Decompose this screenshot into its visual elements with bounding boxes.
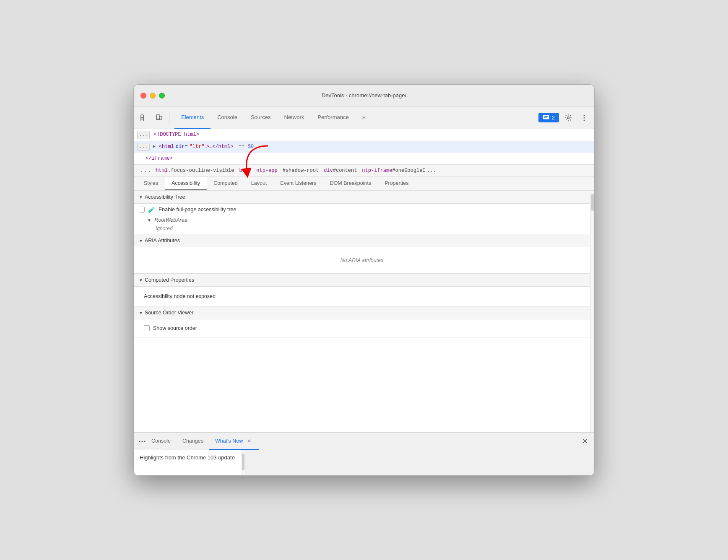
dom-line-doctype: ... <!DOCTYPE html> bbox=[134, 129, 594, 141]
accessibility-tree-header[interactable]: ▼ Accessibility Tree bbox=[134, 191, 590, 204]
dom-dollar: $0 bbox=[248, 143, 254, 151]
dom-doctype: <!DOCTYPE html> bbox=[154, 131, 199, 139]
devtools-window: DevTools - chrome://new-tab-page/ bbox=[133, 84, 595, 476]
aria-attributes-section: ▼ ARIA Attributes No ARIA attributes bbox=[134, 234, 590, 274]
show-source-order-item: Show source order bbox=[139, 323, 585, 334]
more-options-button[interactable] bbox=[577, 111, 591, 124]
dom-dir-attr: dir= bbox=[176, 143, 188, 151]
dom-iframe: </iframe> bbox=[146, 156, 173, 161]
sub-tab-properties[interactable]: Properties bbox=[378, 177, 415, 190]
chat-badge[interactable]: 2 bbox=[538, 113, 559, 122]
bottom-tab-console[interactable]: Console bbox=[146, 433, 177, 450]
svg-point-13 bbox=[584, 119, 585, 121]
breadcrumb-div-content[interactable]: div#content bbox=[322, 167, 359, 174]
main-flex: ... <!DOCTYPE html> ... ▶ <html dir="ltr… bbox=[134, 129, 594, 475]
dom-eq: == bbox=[239, 143, 244, 151]
window-title: DevTools - chrome://new-tab-page/ bbox=[322, 92, 406, 99]
enable-full-page-checkbox[interactable] bbox=[139, 207, 145, 213]
tab-more[interactable]: » bbox=[356, 106, 372, 129]
breadcrumb-ntp-app[interactable]: ntp-app bbox=[255, 167, 279, 174]
dom-ellipsis-2[interactable]: ... bbox=[137, 143, 150, 151]
dom-line-iframe: </iframe> bbox=[134, 153, 594, 164]
right-scrollbar[interactable] bbox=[590, 191, 594, 432]
content-area: ▼ Accessibility Tree 🧪 Enable full-page … bbox=[134, 191, 590, 432]
computed-properties-section: ▼ Computed Properties Accessibility node… bbox=[134, 274, 590, 306]
bottom-scrollbar[interactable] bbox=[241, 450, 245, 475]
svg-point-15 bbox=[142, 441, 143, 442]
bottom-dots-menu[interactable] bbox=[135, 437, 147, 446]
tab-network[interactable]: Network bbox=[278, 106, 311, 129]
source-order-triangle: ▼ bbox=[139, 311, 143, 315]
breadcrumb-bar: ... html.focus-outline-visible body ntp-… bbox=[134, 165, 594, 177]
dom-ellipsis[interactable]: ... bbox=[137, 131, 150, 139]
html-expand[interactable]: ▶ bbox=[153, 143, 156, 150]
breadcrumb-ntp-iframe[interactable]: ntp-iframe#oneGoogleE bbox=[360, 167, 427, 174]
scrollbar-thumb bbox=[591, 194, 594, 211]
tab-sources[interactable]: Sources bbox=[244, 106, 278, 129]
maximize-button[interactable] bbox=[159, 93, 165, 99]
bottom-toolbar: Console Changes What's New ✕ ✕ bbox=[134, 433, 594, 450]
sub-tab-styles[interactable]: Styles bbox=[137, 177, 165, 190]
expand-triangle: ▼ bbox=[139, 195, 143, 200]
source-order-section: ▼ Source Order Viewer Show source order bbox=[134, 306, 590, 337]
bottom-panel: Console Changes What's New ✕ ✕ bbox=[134, 432, 594, 475]
dom-html-open: <html bbox=[159, 143, 174, 151]
aria-expand-triangle: ▼ bbox=[139, 239, 143, 243]
computed-properties-header[interactable]: ▼ Computed Properties bbox=[134, 274, 590, 287]
bottom-scrollbar-thumb bbox=[242, 454, 244, 470]
toolbar-right: 2 bbox=[538, 111, 591, 124]
svg-point-12 bbox=[584, 117, 585, 118]
svg-point-10 bbox=[567, 117, 569, 119]
aria-empty-message: No ARIA attributes bbox=[139, 251, 585, 270]
sub-tab-event-listeners[interactable]: Event Listeners bbox=[273, 177, 323, 190]
breadcrumb-body[interactable]: body bbox=[237, 167, 253, 174]
source-order-header[interactable]: ▼ Source Order Viewer bbox=[134, 306, 590, 319]
bottom-tab-whats-new[interactable]: What's New ✕ bbox=[209, 433, 259, 450]
tab-performance[interactable]: Performance bbox=[311, 106, 355, 129]
root-web-area-item[interactable]: ▼ RootWebArea bbox=[134, 215, 590, 225]
minimize-button[interactable] bbox=[150, 93, 156, 99]
sub-tab-layout[interactable]: Layout bbox=[244, 177, 274, 190]
bottom-panel-close[interactable]: ✕ bbox=[579, 436, 591, 447]
sub-tabs: Styles Accessibility Computed Layout Eve… bbox=[134, 177, 594, 191]
close-button[interactable] bbox=[140, 93, 146, 99]
sub-tab-accessibility[interactable]: Accessibility bbox=[165, 177, 207, 190]
dom-html-content: >…</html> bbox=[206, 143, 234, 151]
breadcrumb-dots[interactable]: ... bbox=[137, 166, 154, 175]
dom-dir-val: "ltr" bbox=[190, 143, 205, 151]
sub-tab-dom-breakpoints[interactable]: DOM Breakpoints bbox=[323, 177, 378, 190]
computed-expand-triangle: ▼ bbox=[139, 278, 143, 283]
devtools-body: Elements Console Sources Network Perform… bbox=[134, 106, 594, 475]
svg-rect-5 bbox=[160, 116, 162, 120]
aria-attributes-body: No ARIA attributes bbox=[134, 247, 590, 273]
toolbar-separator bbox=[169, 113, 169, 123]
inspect-element-button[interactable] bbox=[137, 111, 151, 124]
breadcrumb-shadow-root[interactable]: #shadow-root bbox=[281, 167, 320, 174]
settings-button[interactable] bbox=[562, 111, 575, 124]
svg-rect-7 bbox=[543, 115, 549, 119]
computed-message: Accessibility node not exposed bbox=[139, 290, 585, 303]
show-source-order-checkbox[interactable] bbox=[144, 325, 150, 331]
accessibility-tree-section: ▼ Accessibility Tree 🧪 Enable full-page … bbox=[134, 191, 590, 234]
breadcrumb-html[interactable]: html.focus-outline-visible bbox=[154, 167, 236, 174]
svg-point-14 bbox=[144, 441, 146, 442]
device-toolbar-button[interactable] bbox=[152, 111, 166, 124]
bottom-content-wrapper: Highlights from the Chrome 103 update bbox=[134, 450, 594, 475]
dom-area: ... <!DOCTYPE html> ... ▶ <html dir="ltr… bbox=[134, 129, 594, 165]
traffic-lights bbox=[140, 93, 165, 99]
experiment-icon: 🧪 bbox=[148, 206, 155, 213]
content-wrapper: ▼ Accessibility Tree 🧪 Enable full-page … bbox=[134, 191, 594, 432]
main-tabs: Elements Console Sources Network Perform… bbox=[174, 106, 537, 129]
accessibility-tree-body: 🧪 Enable full-page accessibility tree ▼ … bbox=[134, 204, 590, 234]
bottom-tab-changes[interactable]: Changes bbox=[177, 433, 209, 450]
whats-new-close[interactable]: ✕ bbox=[245, 437, 253, 445]
svg-rect-0 bbox=[141, 115, 143, 117]
svg-point-16 bbox=[139, 441, 140, 442]
tab-console[interactable]: Console bbox=[211, 106, 244, 129]
tab-elements[interactable]: Elements bbox=[174, 106, 211, 129]
sub-tab-computed[interactable]: Computed bbox=[207, 177, 244, 190]
title-bar: DevTools - chrome://new-tab-page/ bbox=[134, 85, 594, 106]
breadcrumb-container: ... html.focus-outline-visible body ntp-… bbox=[134, 165, 594, 177]
svg-point-11 bbox=[584, 114, 585, 116]
aria-attributes-header[interactable]: ▼ ARIA Attributes bbox=[134, 234, 590, 247]
